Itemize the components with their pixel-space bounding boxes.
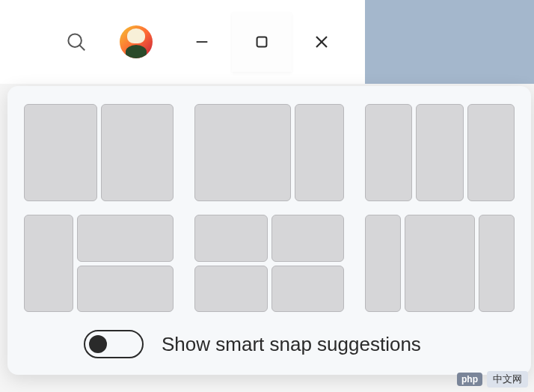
maximize-icon xyxy=(254,34,270,50)
snap-zone xyxy=(295,104,344,201)
snap-zone xyxy=(24,104,97,201)
watermark-badge: php xyxy=(457,373,482,386)
snap-zone xyxy=(271,215,345,262)
snap-layout-one-third-two-stacked[interactable] xyxy=(24,215,174,312)
snap-zone xyxy=(77,215,174,262)
maximize-button[interactable] xyxy=(232,12,292,72)
snap-layout-four-quadrants[interactable] xyxy=(194,215,344,312)
close-button[interactable] xyxy=(292,12,352,72)
snap-zone xyxy=(365,215,401,312)
window-controls xyxy=(172,12,352,72)
snap-zone xyxy=(271,266,345,313)
user-avatar[interactable] xyxy=(120,25,153,58)
snap-layout-three-thirds[interactable] xyxy=(365,104,515,201)
close-icon xyxy=(313,33,331,51)
snap-zone xyxy=(101,104,174,201)
snap-zone xyxy=(365,104,412,201)
titlebar-accent-bg xyxy=(365,0,534,84)
toggle-knob xyxy=(89,335,107,353)
svg-line-1 xyxy=(79,45,85,50)
search-button[interactable] xyxy=(61,27,91,57)
watermark: php 中文网 xyxy=(457,371,528,388)
snap-zone xyxy=(77,266,174,313)
snap-zone-stack xyxy=(77,215,174,312)
snap-zone xyxy=(194,266,268,313)
snap-layouts-flyout: Show smart snap suggestions xyxy=(7,86,531,375)
snap-layout-two-thirds-one-third[interactable] xyxy=(194,104,344,201)
search-icon xyxy=(65,31,88,53)
minimize-icon xyxy=(194,34,210,50)
smart-snap-toggle-row: Show smart snap suggestions xyxy=(84,330,515,358)
svg-rect-3 xyxy=(257,37,267,47)
smart-snap-toggle[interactable] xyxy=(84,330,144,358)
snap-layout-two-halves[interactable] xyxy=(24,104,174,201)
snap-layout-narrow-wide-narrow[interactable] xyxy=(365,215,515,312)
watermark-text: 中文网 xyxy=(487,371,528,388)
snap-zone xyxy=(194,104,291,201)
snap-layouts-grid xyxy=(24,104,515,312)
snap-zone xyxy=(194,215,268,262)
snap-zone xyxy=(467,104,515,201)
window-titlebar xyxy=(0,0,534,84)
smart-snap-toggle-label: Show smart snap suggestions xyxy=(162,333,421,356)
snap-zone xyxy=(416,104,463,201)
minimize-button[interactable] xyxy=(172,12,232,72)
svg-point-0 xyxy=(68,34,82,47)
snap-zone xyxy=(405,215,475,312)
snap-zone xyxy=(24,215,73,312)
snap-zone xyxy=(479,215,515,312)
